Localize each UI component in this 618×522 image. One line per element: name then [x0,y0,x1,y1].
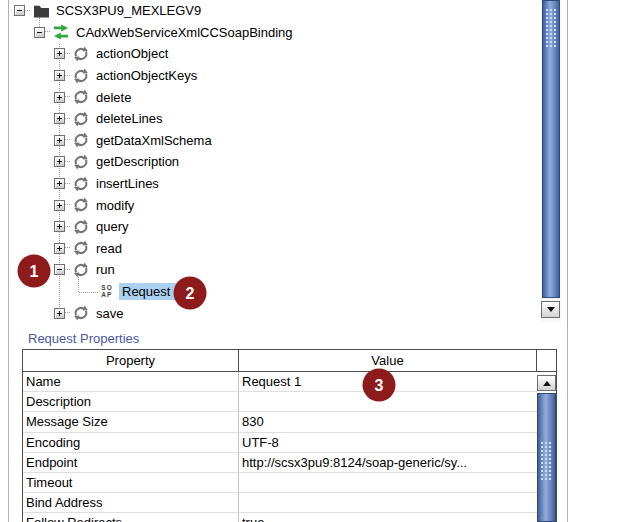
tree-item-insertlines[interactable]: insertLines [0,173,541,195]
operation-refresh-icon [73,176,89,192]
table-vertical-scrollbar[interactable] [537,350,556,522]
tree-item-read[interactable]: read [0,238,541,260]
property-name-cell[interactable]: Message Size [23,412,239,431]
property-row-follow-redirects[interactable]: Follow Redirectstrue [23,513,537,522]
property-row-message-size[interactable]: Message Size830 [23,412,537,432]
value-column-header[interactable]: Value [239,350,537,371]
property-value-cell[interactable] [239,493,537,512]
toggle-plus-icon[interactable] [54,178,65,189]
property-column-header[interactable]: Property [23,350,239,371]
tree-connector-stub [65,53,70,55]
tree-connector-stub [65,247,70,249]
tree-item-scsx3pu9-mexlegv9[interactable]: SCSX3PU9_MEXLEGV9 [0,0,541,22]
panel-border-right [567,0,568,522]
scrollbar-grip [546,9,557,49]
property-value-cell[interactable]: 830 [239,412,537,431]
property-value-cell[interactable] [239,473,537,492]
property-name-cell[interactable]: Bind Address [23,493,239,512]
property-value-cell[interactable]: UTF-8 [239,433,537,452]
tree-item-save[interactable]: save [0,302,541,324]
request-properties-table: Property Value NameRequest 1DescriptionM… [22,349,557,522]
property-name-cell[interactable]: Name [23,372,239,391]
toggle-plus-icon[interactable] [54,113,65,124]
tree-item-label: read [93,240,125,257]
operation-refresh-icon [73,154,89,170]
tree-item-modify[interactable]: modify [0,194,541,216]
soap-client-window: SCSX3PU9_MEXLEGV9CAdxWebServiceXmlCCSoap… [0,0,618,522]
tree-item-request-1[interactable]: SOAPRequest 1 [0,281,541,303]
tree-item-label: actionObjectKeys [93,67,200,84]
toggle-plus-icon[interactable] [54,308,65,319]
scrollbar-grip [541,442,552,482]
property-name-cell[interactable]: Encoding [23,433,239,452]
table-scrollbar-thumb[interactable] [537,393,556,522]
operation-refresh-icon [73,132,89,148]
tree-item-cadxwebservicexmlccsoapbinding[interactable]: CAdxWebServiceXmlCCSoapBinding [0,22,541,44]
request-properties-title: Request Properties [28,331,139,346]
tree-item-label: actionObject [93,45,171,62]
tree-connector-stub [65,139,70,141]
tree-item-delete[interactable]: delete [0,86,541,108]
property-row-description[interactable]: Description [23,392,537,412]
service-navigator-tree: SCSX3PU9_MEXLEGV9CAdxWebServiceXmlCCSoap… [0,0,541,326]
tree-item-run[interactable]: run [0,259,541,281]
toggle-minus-icon[interactable] [14,5,25,16]
tree-connector-stub [65,226,70,228]
tree-connector-stub [65,118,70,120]
property-row-name[interactable]: NameRequest 1 [23,372,537,392]
operation-refresh-icon [73,305,89,321]
toggle-plus-icon[interactable] [54,135,65,146]
soap-binding-icon [53,24,69,40]
properties-grid: Property Value NameRequest 1DescriptionM… [23,350,537,522]
property-row-endpoint[interactable]: Endpointhttp://scsx3pu9:8124/soap-generi… [23,453,537,473]
tree-connector-stub [65,75,70,77]
property-name-cell[interactable]: Timeout [23,473,239,492]
toggle-plus-icon[interactable] [54,70,65,81]
property-row-encoding[interactable]: EncodingUTF-8 [23,433,537,453]
tree-item-actionobject[interactable]: actionObject [0,43,541,65]
tree-connector-stub [65,161,70,163]
table-scroll-up-button[interactable] [537,375,556,391]
operation-refresh-icon [73,219,89,235]
tree-item-actionobjectkeys[interactable]: actionObjectKeys [0,65,541,87]
toggle-plus-icon[interactable] [54,48,65,59]
arrow-down-icon [547,307,555,312]
tree-scrollbar-thumb[interactable] [542,0,560,298]
tree-connector-stub [65,312,70,314]
toggle-minus-icon[interactable] [34,27,45,38]
tree-item-deletelines[interactable]: deleteLines [0,108,541,130]
tree-item-label: modify [93,197,137,214]
tree-connector-stub [65,183,70,185]
toggle-minus-icon[interactable] [54,264,65,275]
toggle-plus-icon[interactable] [54,221,65,232]
operation-refresh-icon [73,89,89,105]
table-header-row: Property Value [23,350,537,372]
property-name-cell[interactable]: Endpoint [23,453,239,472]
operation-refresh-icon [73,68,89,84]
toggle-plus-icon[interactable] [54,92,65,103]
property-value-cell[interactable]: http://scsx3pu9:8124/soap-generic/sy... [239,453,537,472]
tree-item-label: delete [93,89,134,106]
property-row-bind-address[interactable]: Bind Address [23,493,537,513]
tree-item-getdataxmlschema[interactable]: getDataXmlSchema [0,130,541,152]
property-name-cell[interactable]: Description [23,392,239,411]
property-value-cell[interactable]: true [239,513,537,522]
tree-item-query[interactable]: query [0,216,541,238]
tree-connector-stub [25,10,30,12]
tree-vertical-scrollbar[interactable] [541,0,561,322]
callout-3: 3 [363,369,396,402]
tree-connector-stub [65,269,70,271]
tree-item-label: run [93,261,118,278]
toggle-plus-icon[interactable] [54,156,65,167]
property-name-cell[interactable]: Follow Redirects [23,513,239,522]
folder-icon [33,3,49,19]
tree-item-label: insertLines [93,175,162,192]
tree-connector-stub [65,96,70,98]
tree-item-getdescription[interactable]: getDescription [0,151,541,173]
property-row-timeout[interactable]: Timeout [23,473,537,493]
arrow-up-icon [543,381,551,386]
tree-scroll-down-button[interactable] [541,301,560,318]
toggle-plus-icon[interactable] [54,243,65,254]
toggle-plus-icon[interactable] [54,200,65,211]
tree-item-label: query [93,218,132,235]
